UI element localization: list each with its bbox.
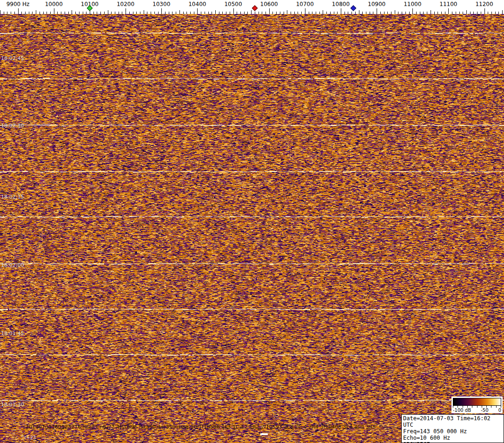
freq-label: 11000 — [404, 1, 421, 7]
ruler-tick — [54, 8, 54, 14]
colorbar-label-mid: -50 — [481, 408, 488, 413]
colorbar-labels: -100 dB -50 0 — [453, 408, 501, 413]
time-label: 18:02:45 — [1, 55, 24, 61]
ruler-tick — [323, 10, 323, 14]
ruler-tick — [287, 10, 287, 14]
freq-label: 10800 — [332, 1, 350, 7]
ruler-tick — [502, 10, 503, 14]
freq-label: 11200 — [475, 1, 493, 7]
info-echo-line: Echo=10 600 Hz — [403, 435, 502, 441]
ruler-tick — [144, 10, 144, 14]
time-label: 18:02:00 — [1, 262, 24, 268]
ruler-tick — [359, 10, 359, 14]
freq-label: 10700 — [296, 1, 314, 7]
ruler-tick — [72, 10, 72, 14]
info-date-line: Date=2014-07-03 Time=16:02 UTC — [403, 415, 502, 428]
ruler-tick — [484, 8, 485, 14]
ruler-tick — [36, 10, 36, 14]
ruler-tick — [251, 10, 252, 14]
detection-annotation: 20140703160123276 hCrit1 nb-77 4f10596 h… — [26, 424, 376, 430]
ruler-tick — [108, 10, 108, 14]
ruler-tick — [197, 8, 198, 14]
spectrogram-area: 20140703160123276 hCrit1 nb-77 4f10596 h… — [0, 14, 504, 443]
ruler-tick — [18, 8, 19, 14]
ruler-tick — [126, 8, 126, 14]
marker-red-icon[interactable] — [252, 5, 258, 11]
freq-label: 10500 — [224, 1, 242, 7]
freq-label: 11100 — [439, 1, 457, 7]
freq-label: 10900 — [368, 1, 385, 7]
ruler-tick — [466, 10, 467, 14]
info-box: Date=2014-07-03 Time=16:02 UTC Freq=143 … — [401, 414, 504, 443]
ruler-tick — [412, 8, 413, 14]
time-label: 18:01:30 — [1, 402, 24, 408]
freq-label: 10000 — [45, 1, 63, 7]
ruler-tick — [377, 8, 377, 14]
ruler-tick — [179, 10, 180, 14]
freq-label: 9900 Hz — [7, 1, 30, 7]
info-station-line: OBSUPICE — [403, 441, 502, 443]
info-freq-line: Freq=143 050 000 Hz — [403, 428, 502, 435]
ruler-tick — [0, 10, 0, 14]
colorbar-label-max: 0 — [498, 408, 501, 413]
freq-label: 10200 — [117, 1, 134, 7]
time-label: 18:02:30 — [1, 123, 24, 129]
time-label: 18:02:15 — [1, 194, 24, 200]
marker-blue-icon[interactable] — [351, 5, 357, 11]
frequency-ruler: 9900 Hz100001010010200103001040010500106… — [0, 0, 504, 14]
colorbar-label-min: -100 dB — [453, 408, 471, 413]
ruler-tick — [269, 8, 270, 14]
colorbar-gradient — [453, 398, 501, 406]
ruler-tick — [395, 10, 395, 14]
ruler-tick — [161, 8, 162, 14]
freq-label: 10400 — [188, 1, 206, 7]
time-label: 18:01:45 — [1, 331, 24, 337]
corner-text: ^t+23 — [20, 435, 36, 440]
ruler-tick — [305, 8, 305, 14]
ruler-tick — [431, 10, 431, 14]
ruler-tick — [448, 8, 449, 14]
ruler-tick — [215, 10, 216, 14]
ruler-tick — [233, 8, 234, 14]
spectrogram-canvas — [0, 14, 504, 443]
ruler-tick — [341, 8, 341, 14]
colorbar: -100 dB -50 0 — [451, 397, 503, 413]
freq-label: 10300 — [153, 1, 170, 7]
meteor-echo-spectrogram-app: 9900 Hz100001010010200103001040010500106… — [0, 0, 504, 443]
freq-label: 10600 — [260, 1, 278, 7]
